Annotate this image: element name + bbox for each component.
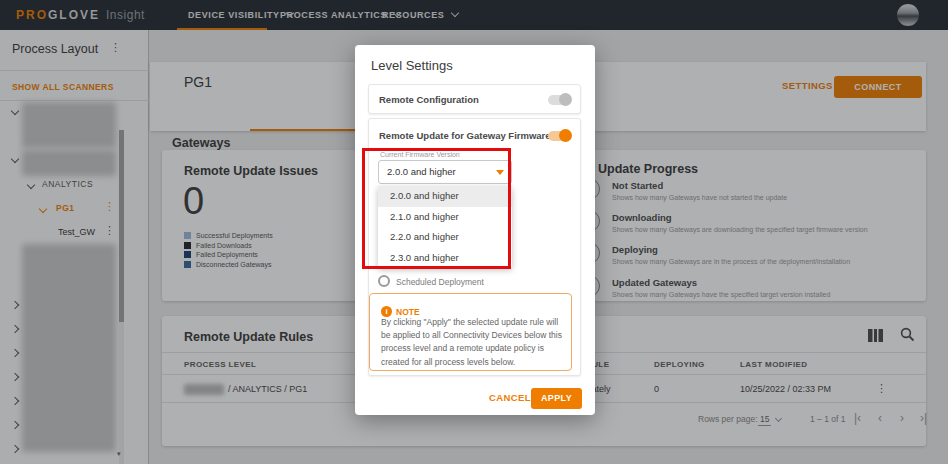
- dropdown-option[interactable]: 2.2.0 and higher: [378, 227, 512, 248]
- firmware-version-field-label: Current Firmware Version: [380, 151, 460, 158]
- remote-update-label: Remote Update for Gateway Firmware: [379, 130, 551, 141]
- remote-configuration-label: Remote Configuration: [379, 94, 479, 105]
- app-window: PROGLOVEInsight DEVICE VISIBILITY PROCES…: [0, 0, 948, 464]
- firmware-version-value: 2.0.0 and higher: [387, 166, 456, 177]
- modal-title: Level Settings: [371, 58, 453, 73]
- cancel-button[interactable]: CANCEL: [489, 392, 531, 403]
- firmware-version-dropdown: 2.0.0 and higher 2.1.0 and higher 2.2.0 …: [378, 186, 512, 268]
- dropdown-option[interactable]: 2.0.0 and higher: [378, 186, 512, 207]
- level-settings-modal: Level Settings Remote Configuration Remo…: [355, 45, 595, 415]
- remote-configuration-card: Remote Configuration: [368, 84, 581, 114]
- dropdown-option[interactable]: 2.3.0 and higher: [378, 248, 512, 269]
- select-caret-icon: [496, 170, 504, 175]
- scheduled-deployment-label: Scheduled Deployment: [396, 277, 484, 287]
- firmware-version-select[interactable]: 2.0.0 and higher: [378, 160, 512, 184]
- note-body: By clicking "Apply" the selected update …: [381, 316, 564, 369]
- remote-update-toggle[interactable]: [548, 131, 570, 141]
- scheduled-deployment-radio[interactable]: [378, 275, 390, 287]
- note-box: iNOTE By clicking "Apply" the selected u…: [369, 293, 572, 371]
- dropdown-option[interactable]: 2.1.0 and higher: [378, 207, 512, 228]
- apply-button[interactable]: APPLY: [531, 388, 582, 409]
- remote-configuration-toggle[interactable]: [548, 95, 570, 105]
- remote-update-card: Remote Update for Gateway Firmware Curre…: [368, 118, 581, 376]
